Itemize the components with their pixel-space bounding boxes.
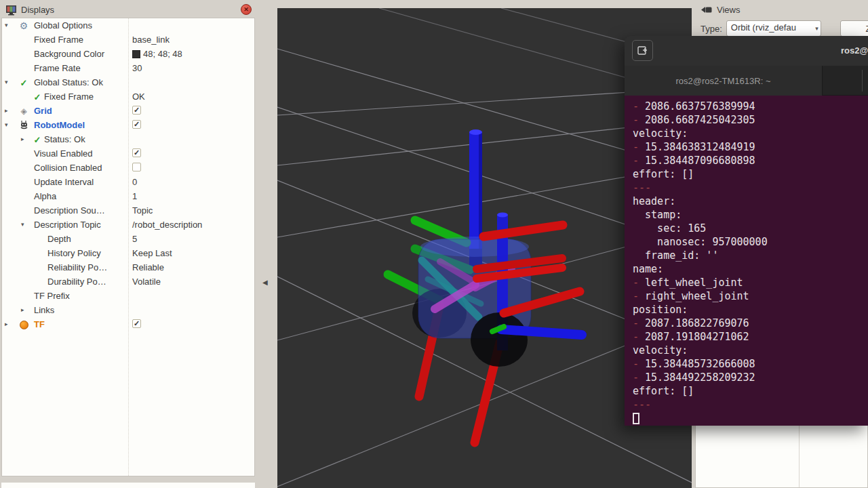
display-property-row[interactable]: Background Color48; 48; 48 (2, 47, 254, 62)
display-property-row[interactable]: ▸✓Status: Ok (2, 133, 254, 147)
property-value[interactable]: Keep Last (132, 248, 172, 258)
terminal-tab-title: ros2@ros2-TM1613R: ~ (676, 76, 771, 86)
terminal-line: - left_wheel_joint (633, 276, 868, 289)
property-value[interactable]: 30 (132, 63, 142, 73)
tree-expander-collapsed-icon[interactable]: ▸ (21, 136, 24, 142)
terminal-titlebar[interactable]: ros2@ (625, 36, 868, 66)
display-property-row[interactable]: Visual Enabled✓ (2, 147, 254, 161)
property-label: Global Options (34, 20, 92, 30)
terminal-line: sec: 165 (633, 222, 868, 235)
property-value[interactable]: /robot_description (132, 220, 202, 230)
terminal-line: - 15.384638312484919 (633, 140, 868, 154)
value-text: 5 (132, 234, 137, 244)
terminal-line: - 15.384487096680898 (633, 154, 868, 167)
property-value[interactable]: Reliable (132, 262, 164, 272)
tree-expander-expanded-icon[interactable]: ▾ (21, 221, 24, 228)
checkbox-checked[interactable]: ✓ (132, 148, 141, 157)
value-text: base_link (132, 35, 170, 45)
property-value[interactable]: Topic (132, 205, 153, 216)
tree-expander-expanded-icon[interactable]: ▾ (5, 121, 8, 128)
checkbox-checked[interactable]: ✓ (132, 106, 141, 115)
display-property-row[interactable]: Collision Enabled (2, 161, 254, 176)
check-icon: ✓ (32, 134, 43, 145)
terminal-line: - 2087.186822769076 (633, 317, 868, 330)
terminal-line: position: (633, 303, 868, 317)
tree-expander-collapsed-icon[interactable]: ▸ (21, 306, 24, 313)
terminal-line: velocity: (633, 127, 868, 140)
property-label: Global Status: Ok (34, 77, 103, 87)
property-value[interactable]: 1 (132, 191, 137, 201)
tree-expander-expanded-icon[interactable]: ▾ (5, 79, 8, 85)
value-text: 30 (132, 63, 142, 73)
terminal-tab[interactable]: ros2@ros2-TM1613R: ~ (625, 66, 823, 96)
camera-icon (701, 5, 713, 14)
property-value[interactable]: Volatile (132, 277, 161, 287)
terminal-line: effort: [] (633, 167, 868, 181)
checkbox-checked[interactable]: ✓ (132, 319, 141, 328)
terminal-content[interactable]: - 2086.6637576389994- 2086.6687425042305… (625, 96, 868, 426)
terminal-line: velocity: (633, 344, 868, 357)
terminal-line: - 15.384492258209232 (633, 371, 868, 384)
display-property-row[interactable]: ▸TF✓ (2, 318, 254, 332)
property-value[interactable]: 5 (132, 234, 137, 244)
panel-collapse-arrow-icon[interactable]: ◀ (262, 279, 268, 286)
display-property-row[interactable]: ▾Description Topic/robot_description (2, 218, 254, 232)
chevron-down-icon: ▾ (815, 25, 818, 32)
close-icon[interactable]: ✕ (241, 4, 252, 15)
terminal-line: nanosec: 957000000 (633, 235, 868, 249)
display-property-row[interactable]: ▾⚙Global Options (2, 19, 254, 33)
robot-icon (18, 120, 29, 131)
display-property-row[interactable]: Alpha1 (2, 190, 254, 204)
terminal-line: - right_wheel_joint (633, 289, 868, 303)
property-label: Reliability Po… (47, 262, 107, 272)
terminal-line: - 15.384485732666008 (633, 357, 868, 371)
tree-expander-collapsed-icon[interactable]: ▸ (5, 321, 8, 327)
display-property-row[interactable]: Reliability Po…Reliable (2, 261, 254, 275)
display-property-row[interactable]: Update Interval0 (2, 176, 254, 190)
warn-icon (18, 319, 29, 330)
tree-expander-expanded-icon[interactable]: ▾ (5, 22, 8, 28)
display-property-row[interactable]: ▾✓Global Status: Ok (2, 76, 254, 90)
property-label: Grid (34, 106, 52, 116)
value-text: /robot_description (132, 220, 202, 230)
display-property-row[interactable]: Durability Po…Volatile (2, 275, 254, 289)
terminal-line: stamp: (633, 208, 868, 222)
display-property-row[interactable]: TF Prefix (2, 289, 254, 304)
property-value[interactable]: OK (132, 92, 145, 102)
terminal-line: name: (633, 262, 868, 276)
property-value[interactable]: ✓ (132, 319, 141, 328)
views-panel-header[interactable]: Views (695, 3, 868, 17)
property-value[interactable]: ✓ (132, 120, 141, 129)
display-property-row[interactable]: ▾RobotModel✓ (2, 119, 254, 133)
property-label: Update Interval (34, 177, 94, 187)
display-property-row[interactable]: ✓Fixed FrameOK (2, 90, 254, 104)
view-type-label: Type: (701, 24, 722, 34)
value-text: OK (132, 92, 145, 102)
property-value[interactable]: 0 (132, 177, 137, 187)
property-label: Frame Rate (34, 63, 81, 73)
property-label: Description Topic (34, 220, 101, 230)
display-property-row[interactable]: Description Sou…Topic (2, 204, 254, 218)
view-type-dropdown[interactable]: Orbit (rviz_defau ▾ (726, 20, 821, 37)
new-tab-button[interactable] (632, 40, 653, 61)
display-property-row[interactable]: ▸◈Grid✓ (2, 104, 254, 119)
property-value[interactable]: base_link (132, 35, 170, 45)
property-label: TF Prefix (34, 291, 70, 301)
property-label: Fixed Frame (44, 92, 94, 102)
property-value[interactable]: ✓ (132, 106, 141, 115)
display-property-row[interactable]: ▸Links (2, 304, 254, 318)
property-value[interactable] (132, 163, 141, 171)
display-property-row[interactable]: Depth5 (2, 232, 254, 247)
display-property-row[interactable]: History PolicyKeep Last (2, 247, 254, 261)
checkbox-unchecked[interactable] (132, 163, 141, 171)
property-value[interactable]: ✓ (132, 148, 141, 157)
tree-expander-collapsed-icon[interactable]: ▸ (5, 107, 8, 114)
terminal-line: --- (633, 398, 868, 411)
display-property-row[interactable]: Fixed Framebase_link (2, 33, 254, 47)
property-label: History Policy (47, 248, 101, 258)
display-property-row[interactable]: Frame Rate30 (2, 62, 254, 76)
displays-panel-header[interactable]: Displays ✕ (1, 3, 255, 17)
checkbox-checked[interactable]: ✓ (132, 120, 141, 129)
property-value[interactable]: 48; 48; 48 (132, 49, 182, 59)
zero-button[interactable]: Ze (840, 20, 868, 37)
